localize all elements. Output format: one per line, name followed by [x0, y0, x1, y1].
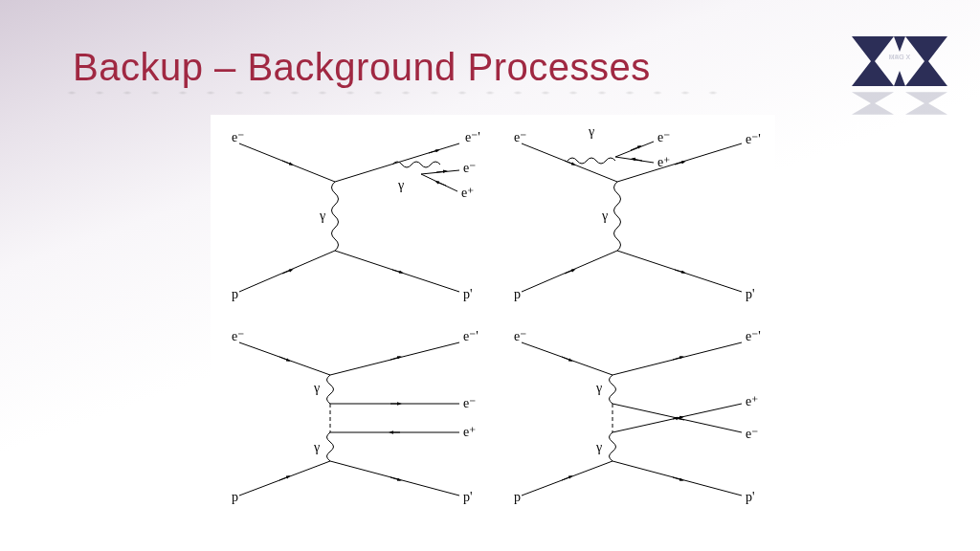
svg-line-9: [335, 143, 459, 182]
label-photon: γ: [588, 124, 594, 139]
label-proton-out: p': [463, 490, 473, 504]
svg-marker-3: [894, 71, 905, 86]
label-positron: e⁺: [461, 186, 474, 200]
label-positron: e⁺: [657, 155, 670, 169]
label-electron-in: e⁻: [514, 130, 526, 144]
label-photon: γ: [595, 440, 602, 454]
svg-marker-2: [894, 36, 905, 52]
svg-marker-1: [905, 36, 947, 86]
diagram-bethe-heitler-direct: e⁻ e⁻' γ e⁻ e⁺ γ p p': [211, 316, 493, 517]
diagram-radiative-initial: e⁻ γ e⁻ e⁺ e⁻' γ p p': [493, 115, 775, 316]
svg-line-8: [282, 161, 292, 165]
label-proton-in: p: [232, 287, 238, 301]
label-photon: γ: [319, 209, 325, 223]
label-electron-out: e⁻': [746, 329, 761, 343]
label-electron-in: e⁻: [232, 329, 244, 343]
label-electron-in: e⁻: [232, 130, 244, 144]
label-electron: e⁻: [657, 130, 670, 144]
label-electron: e⁻: [463, 396, 476, 410]
svg-marker-0: [852, 36, 894, 86]
svg-text:MAG X: MAG X: [889, 54, 911, 60]
label-photon: γ: [601, 209, 608, 223]
svg-line-20: [565, 161, 574, 165]
svg-marker-5: [852, 92, 894, 114]
svg-line-30: [675, 270, 684, 273]
label-photon: γ: [313, 381, 320, 395]
svg-line-56: [673, 477, 682, 480]
label-electron-out: e⁻': [463, 329, 479, 343]
svg-line-10: [429, 150, 438, 153]
svg-line-23: [615, 157, 654, 163]
label-proton-in: p: [514, 490, 521, 504]
diagram-radiative-final: e⁻ e⁻' γ e⁻ e⁺ γ p p': [211, 115, 493, 316]
label-electron-out: e⁻': [465, 130, 480, 144]
svg-line-18: [392, 270, 402, 273]
label-proton-out: p': [746, 287, 755, 301]
label-positron: e⁺: [746, 394, 758, 408]
svg-line-26: [675, 162, 684, 165]
label-photon: γ: [313, 440, 320, 454]
svg-line-43: [390, 477, 400, 480]
svg-line-22: [631, 146, 640, 150]
svg-line-41: [279, 476, 289, 480]
label-proton-in: p: [232, 490, 238, 504]
diagram-bethe-heitler-crossed: e⁻ e⁻' γ e⁺ e⁻ γ p p': [493, 316, 775, 517]
label-electron: e⁻: [746, 427, 758, 441]
label-proton-out: p': [746, 490, 755, 504]
label-electron: e⁻: [463, 161, 476, 175]
label-proton-out: p': [463, 287, 473, 301]
label-electron-in: e⁻: [514, 329, 526, 343]
svg-line-54: [562, 476, 571, 480]
svg-line-28: [565, 270, 574, 274]
svg-line-14: [436, 182, 446, 186]
feynman-diagram-grid: e⁻ e⁻' γ e⁻ e⁺ γ p p': [211, 115, 775, 517]
svg-line-21: [615, 142, 654, 157]
svg-line-16: [282, 270, 292, 274]
title-shadow: [57, 88, 727, 98]
svg-line-32: [279, 357, 289, 361]
svg-marker-6: [905, 92, 947, 114]
magx-logo: MAG X MAG X: [842, 19, 957, 124]
label-photon: γ: [397, 178, 404, 192]
label-electron-out: e⁻': [746, 132, 761, 146]
slide-title: Backup – Background Processes: [73, 46, 651, 89]
label-positron: e⁺: [463, 425, 476, 439]
label-photon: γ: [595, 381, 602, 395]
svg-line-45: [562, 357, 571, 361]
label-proton-in: p: [514, 287, 521, 301]
